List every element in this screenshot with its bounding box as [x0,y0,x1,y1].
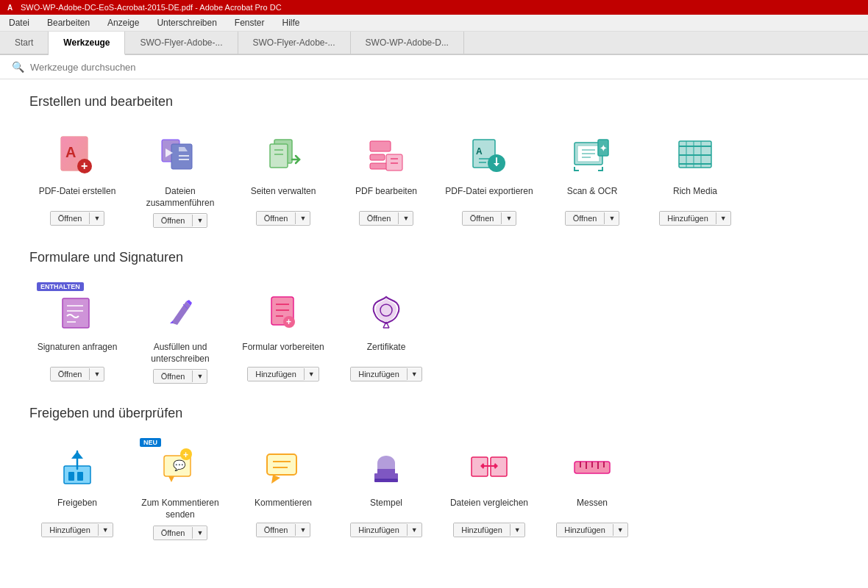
tool-pdf-exportieren-btn-main[interactable]: Öffnen [463,212,502,225]
tool-stempel-btn-main[interactable]: Hinzufügen [351,523,407,537]
tool-freigeben-btn-arrow[interactable]: ▼ [98,524,113,536]
svg-text:+: + [183,450,188,460]
tool-kommentieren-btn-arrow[interactable]: ▼ [295,524,310,536]
tool-stempel-btn-arrow[interactable]: ▼ [407,524,421,536]
tool-rich-media-btn-arrow[interactable]: ▼ [716,212,730,224]
tool-kommentieren-icon [257,442,309,493]
tool-messen-icon [566,442,618,493]
tool-seiten-verwalten-icon [257,130,309,182]
menu-datei[interactable]: Datei [6,16,32,29]
tab-bar: Start Werkzeuge SWO-Flyer-Adobe-... SWO-… [0,32,868,55]
tool-pdf-bearbeiten-icon [360,130,412,182]
tool-kommentieren-btn-main[interactable]: Öffnen [257,523,296,537]
menu-anzeige[interactable]: Anzeige [104,16,142,29]
svg-rect-42 [63,298,89,328]
tool-signaturen-btn-arrow[interactable]: ▼ [89,368,104,380]
tool-scan-ocr-btn-arrow[interactable]: ▼ [604,212,619,224]
tool-rich-media-icon [669,130,721,182]
tool-signaturen-icon [51,286,103,337]
tool-dateien-zusammen-btn-arrow[interactable]: ▼ [192,215,207,226]
tab-start[interactable]: Start [0,32,49,54]
tool-messen-btn[interactable]: Hinzufügen ▼ [556,523,628,537]
menu-unterschreiben[interactable]: Unterschreiben [154,16,219,29]
tool-zertifikate-icon [360,286,412,337]
tool-pdf-erstellen-btn[interactable]: Öffnen ▼ [50,211,105,226]
tool-ausfuellen-label: Ausfüllen und unterschreiben [132,342,228,365]
tab-werkzeuge[interactable]: Werkzeuge [49,32,125,55]
tool-seiten-verwalten-btn-arrow[interactable]: ▼ [295,212,310,224]
badge-neu: NEU [140,438,161,447]
tool-pdf-bearbeiten-btn[interactable]: Öffnen ▼ [359,211,414,226]
tool-dateien-vergleichen-label: Dateien vergleichen [450,498,528,518]
tool-pdf-erstellen-btn-main[interactable]: Öffnen [51,212,90,225]
tool-rich-media-label: Rich Media [673,186,717,207]
tool-dateien-zusammen-btn-main[interactable]: Öffnen [154,214,193,227]
tool-scan-ocr-btn-main[interactable]: Öffnen [566,212,605,225]
tool-kommentieren-senden-btn-main[interactable]: Öffnen [154,526,193,539]
tool-stempel-btn[interactable]: Hinzufügen ▼ [350,523,422,537]
tool-freigeben-icon [51,442,103,493]
menu-fenster[interactable]: Fenster [232,16,268,29]
tool-rich-media-btn[interactable]: Hinzufügen ▼ [659,211,731,226]
tool-signaturen-btn-main[interactable]: Öffnen [51,368,90,381]
tab-swo-wp[interactable]: SWO-WP-Adobe-D... [351,32,464,54]
tool-pdf-exportieren: A PDF-Datei exportieren Öffnen ▼ [441,130,537,228]
tool-freigeben-btn[interactable]: Hinzufügen ▼ [41,523,113,537]
tool-signaturen-btn[interactable]: Öffnen ▼ [50,367,105,381]
tool-stempel-label: Stempel [370,498,402,518]
tool-pdf-bearbeiten-btn-main[interactable]: Öffnen [360,212,399,225]
tab-swo-flyer-1[interactable]: SWO-Flyer-Adobe-... [125,32,238,54]
tool-ausfuellen-btn[interactable]: Öffnen ▼ [153,369,208,384]
tool-pdf-bearbeiten-btn-arrow[interactable]: ▼ [398,212,413,224]
tool-kommentieren-senden-btn[interactable]: Öffnen ▼ [153,526,208,540]
svg-rect-39 [679,146,711,147]
tool-dateien-zusammen-label: Dateien zusammenführen [132,186,228,209]
tool-ausfuellen-btn-arrow[interactable]: ▼ [192,370,207,382]
tool-pdf-erstellen-btn-arrow[interactable]: ▼ [89,212,104,224]
tool-scan-ocr-btn[interactable]: Öffnen ▼ [565,211,620,226]
tool-seiten-verwalten-label: Seiten verwalten [251,186,316,207]
svg-rect-17 [370,141,391,151]
tool-rich-media-btn-main[interactable]: Hinzufügen [660,212,716,225]
tool-dateien-zusammen-icon [154,130,206,182]
tool-dateien-zusammen-btn[interactable]: Öffnen ▼ [153,213,208,228]
tool-pdf-erstellen-icon: A + [51,130,103,182]
tool-seiten-verwalten: Seiten verwalten Öffnen ▼ [235,130,331,228]
menu-bearbeiten[interactable]: Bearbeiten [44,16,93,29]
tool-zertifikate-btn-arrow[interactable]: ▼ [407,368,421,380]
tool-kommentieren-senden: NEU 💬 + Zum Kommentieren senden Öffnen ▼ [132,442,228,539]
svg-rect-19 [370,163,388,169]
tool-messen-btn-arrow[interactable]: ▼ [613,524,627,536]
tool-zertifikate-btn[interactable]: Hinzufügen ▼ [350,367,422,381]
tab-swo-flyer-2[interactable]: SWO-Flyer-Adobe-... [238,32,351,54]
tool-dateien-vergleichen-btn-main[interactable]: Hinzufügen [454,523,510,537]
tool-zertifikate-btn-main[interactable]: Hinzufügen [351,368,407,381]
tool-seiten-verwalten-btn-main[interactable]: Öffnen [257,212,296,225]
tool-kommentieren-label: Kommentieren [255,498,312,518]
menu-hilfe[interactable]: Hilfe [280,16,303,29]
section-freigeben: Freigeben und überprüfen Freigeben Hinzu… [29,406,839,539]
svg-rect-20 [386,154,402,171]
tool-pdf-exportieren-btn[interactable]: Öffnen ▼ [462,211,517,226]
tool-pdf-bearbeiten: PDF bearbeiten Öffnen ▼ [338,130,434,228]
tool-ausfuellen-btn-main[interactable]: Öffnen [154,370,193,383]
section-erstellen: Erstellen und bearbeiten A + PDF-Datei e… [29,94,839,228]
tool-pdf-exportieren-label: PDF-Datei exportieren [445,186,533,207]
tool-messen: Messen Hinzufügen ▼ [544,442,640,539]
tool-dateien-vergleichen-btn[interactable]: Hinzufügen ▼ [453,523,525,537]
tool-pdf-bearbeiten-label: PDF bearbeiten [355,186,417,207]
section-formulare: Formulare und Signaturen ENTHALTEN Signa… [29,250,839,384]
tool-formular-vorbereiten-btn-arrow[interactable]: ▼ [304,368,319,380]
tool-messen-btn-main[interactable]: Hinzufügen [557,523,613,537]
search-input[interactable] [30,62,251,73]
tool-kommentieren-senden-label: Zum Kommentieren senden [132,498,228,520]
tool-seiten-verwalten-btn[interactable]: Öffnen ▼ [256,211,311,226]
tool-kommentieren-btn[interactable]: Öffnen ▼ [256,523,311,537]
tool-dateien-vergleichen-btn-arrow[interactable]: ▼ [510,524,524,536]
tool-formular-vorbereiten-btn[interactable]: Hinzufügen ▼ [247,367,319,381]
tool-freigeben-btn-main[interactable]: Hinzufügen [42,523,98,537]
tool-pdf-exportieren-btn-arrow[interactable]: ▼ [501,212,516,224]
tool-scan-ocr-icon: ✦ [566,130,618,182]
tool-formular-vorbereiten-btn-main[interactable]: Hinzufügen [248,368,304,381]
tool-kommentieren-senden-btn-arrow[interactable]: ▼ [192,527,207,539]
